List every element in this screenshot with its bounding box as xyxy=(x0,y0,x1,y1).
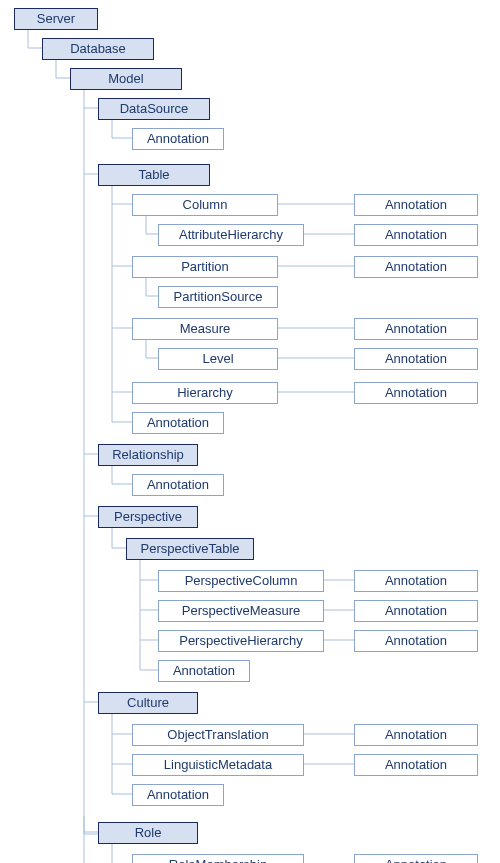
node-column-annotation: Annotation xyxy=(354,194,478,216)
node-attrhier-annotation: Annotation xyxy=(354,224,478,246)
node-table: Table xyxy=(98,164,210,186)
node-culture-annotation: Annotation xyxy=(132,784,224,806)
tree-diagram-cont: Role RoleMembership Annotation TablePerm… xyxy=(8,816,492,863)
node-objtrans-annotation: Annotation xyxy=(354,724,478,746)
node-measure: Measure xyxy=(132,318,278,340)
node-perspective: Perspective xyxy=(98,506,198,528)
node-linguistic-metadata: LinguisticMetadata xyxy=(132,754,304,776)
node-column: Column xyxy=(132,194,278,216)
node-level: Level xyxy=(158,348,278,370)
node-relationship: Relationship xyxy=(98,444,198,466)
node-level-annotation: Annotation xyxy=(354,348,478,370)
node-rolemember-annotation: Annotation xyxy=(354,854,478,863)
node-persptable-annotation: Annotation xyxy=(158,660,250,682)
node-perspcol-annotation: Annotation xyxy=(354,570,478,592)
node-role: Role xyxy=(98,822,198,844)
node-perspective-hierarchy: PerspectiveHierarchy xyxy=(158,630,324,652)
node-hierarchy: Hierarchy xyxy=(132,382,278,404)
node-perspmeas-annotation: Annotation xyxy=(354,600,478,622)
node-server: Server xyxy=(14,8,98,30)
node-database: Database xyxy=(42,38,154,60)
tree-diagram: Server Database Model DataSource Annotat… xyxy=(8,8,492,855)
node-perspective-table: PerspectiveTable xyxy=(126,538,254,560)
node-object-translation: ObjectTranslation xyxy=(132,724,304,746)
node-attribute-hierarchy: AttributeHierarchy xyxy=(158,224,304,246)
node-persphier-annotation: Annotation xyxy=(354,630,478,652)
node-table-annotation: Annotation xyxy=(132,412,224,434)
node-role-membership: RoleMembership xyxy=(132,854,304,863)
node-lingmeta-annotation: Annotation xyxy=(354,754,478,776)
node-datasource: DataSource xyxy=(98,98,210,120)
node-relationship-annotation: Annotation xyxy=(132,474,224,496)
node-partition-annotation: Annotation xyxy=(354,256,478,278)
node-culture: Culture xyxy=(98,692,198,714)
node-perspective-column: PerspectiveColumn xyxy=(158,570,324,592)
node-model: Model xyxy=(70,68,182,90)
node-perspective-measure: PerspectiveMeasure xyxy=(158,600,324,622)
node-hierarchy-annotation: Annotation xyxy=(354,382,478,404)
node-partition-source: PartitionSource xyxy=(158,286,278,308)
node-datasource-annotation: Annotation xyxy=(132,128,224,150)
node-partition: Partition xyxy=(132,256,278,278)
node-measure-annotation: Annotation xyxy=(354,318,478,340)
